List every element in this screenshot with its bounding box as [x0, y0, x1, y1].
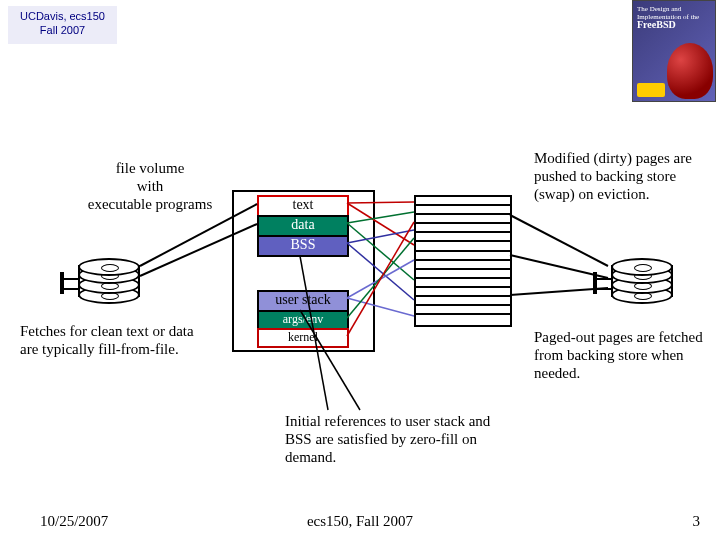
segment-args-env: args/env [257, 310, 349, 330]
book-title-line1: The Design and [637, 5, 681, 13]
textbook-thumbnail: The Design and Implementation of the Fre… [632, 0, 716, 102]
segment-kernel-label: kernel [288, 330, 318, 344]
label-fetches-clean: Fetches for clean text or data are typic… [20, 322, 210, 358]
segment-text: text [257, 195, 349, 217]
bsd-daemon-icon [667, 43, 713, 99]
segment-user-stack: user stack [257, 290, 349, 312]
svg-line-12 [510, 215, 608, 266]
course-header: UCDavis, ecs150 Fall 2007 [8, 6, 117, 44]
label-modified-pages: Modified (dirty) pages are pushed to bac… [534, 149, 712, 203]
segment-bss-label: BSS [291, 237, 316, 252]
label-file-volume: file volumewithexecutable programs [70, 159, 230, 213]
book-badge [637, 83, 665, 97]
label-zero-fill: Initial references to user stack and BSS… [285, 412, 495, 466]
book-title-line3: FreeBSD [637, 19, 676, 30]
page-frames [414, 195, 512, 327]
course-header-line1: UCDavis, ecs150 [9, 9, 116, 23]
course-header-line2: Fall 2007 [9, 23, 116, 37]
segment-user-stack-label: user stack [275, 292, 331, 307]
footer-page-number: 3 [693, 513, 701, 530]
segment-bss: BSS [257, 235, 349, 257]
label-paged-out: Paged-out pages are fetched from backing… [534, 328, 712, 382]
segment-text-label: text [293, 197, 314, 212]
segment-data-label: data [291, 217, 314, 232]
segment-args-env-label: args/env [283, 312, 323, 326]
segment-data: data [257, 215, 349, 237]
footer-center: ecs150, Fall 2007 [0, 513, 720, 530]
segment-kernel: kernel [257, 328, 349, 348]
